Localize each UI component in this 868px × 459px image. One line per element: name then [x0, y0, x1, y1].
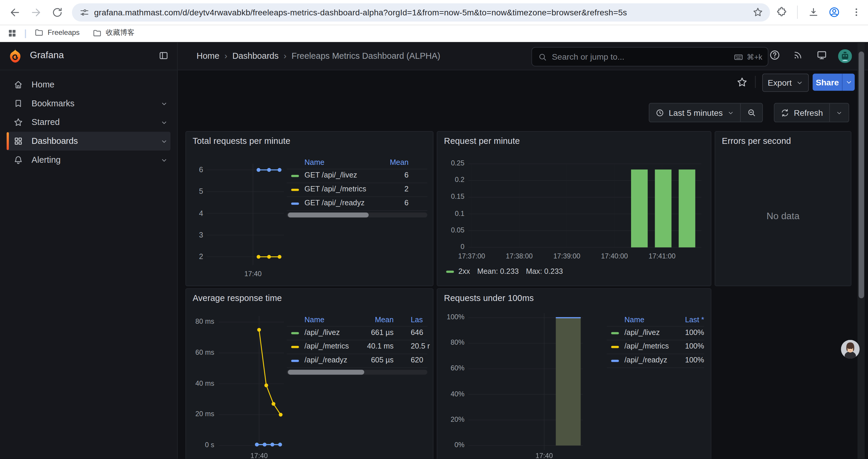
rss-icon[interactable]: [793, 49, 804, 60]
legend-item-2xx[interactable]: 2xx: [446, 267, 470, 275]
sidebar-item-alerting[interactable]: Alerting: [0, 151, 177, 169]
y-tick-label: 0 s: [186, 441, 215, 449]
assistant-avatar[interactable]: [841, 340, 860, 359]
help-icon[interactable]: [769, 49, 780, 61]
page-scrollbar[interactable]: [857, 42, 864, 459]
address-bar[interactable]: grafana.mathmast.com/d/deytv4rwavabkb/fr…: [72, 3, 770, 22]
forward-icon[interactable]: [30, 6, 42, 18]
zoom-out-button[interactable]: [740, 103, 762, 122]
series-name[interactable]: /api/_/metrics: [305, 342, 349, 350]
x-tick-label: 17:40: [236, 270, 270, 277]
sidebar-item-home[interactable]: Home: [0, 75, 177, 94]
breadcrumb-separator: ›: [279, 51, 291, 61]
legend-hscrollbar[interactable]: [287, 370, 428, 375]
share-menu-button[interactable]: [843, 73, 855, 91]
apps-grid-icon[interactable]: [7, 28, 17, 38]
series-last: 620: [411, 356, 423, 364]
legend-header-mean[interactable]: Mean: [371, 316, 394, 324]
chevron-down-icon[interactable]: [160, 118, 168, 126]
sidebar-item-label: Bookmarks: [32, 99, 74, 109]
legend-row: GET /api/_/metrics 2: [287, 183, 428, 196]
legend-header-last[interactable]: Las: [411, 316, 423, 324]
share-label: Share: [816, 77, 839, 87]
export-button[interactable]: Export: [762, 73, 809, 92]
grafana-header: Grafana Home › Dashboards › Freeleaps Me…: [0, 42, 868, 70]
series-swatch: [291, 346, 299, 348]
refresh-interval-button[interactable]: [830, 103, 848, 122]
brand-block: Grafana: [0, 42, 178, 70]
site-settings-icon[interactable]: [79, 7, 90, 18]
series-mean: 661 µs: [354, 328, 394, 336]
series-name[interactable]: /api/_/livez: [625, 328, 660, 336]
sidebar-item-dashboards[interactable]: Dashboards: [0, 132, 177, 151]
chevron-down-icon[interactable]: [160, 156, 168, 164]
legend-max: Max: 0.233: [526, 267, 563, 275]
search-shortcut: ⌘+k: [733, 52, 762, 62]
series-name[interactable]: GET /api/_/livez: [305, 171, 357, 179]
y-tick-label: 80 ms: [186, 318, 215, 326]
series-swatch: [291, 189, 299, 191]
browser-toolbar: grafana.mathmast.com/d/deytv4rwavabkb/fr…: [0, 0, 868, 25]
series-last: 100%: [685, 356, 704, 364]
x-tick-label: 17:40:00: [592, 252, 637, 260]
breadcrumb-home[interactable]: Home: [196, 51, 219, 61]
share-button[interactable]: Share: [813, 73, 842, 91]
grafana-logo[interactable]: [8, 48, 23, 63]
series-name[interactable]: /api/_/livez: [305, 328, 340, 336]
scrollbar-thumb[interactable]: [858, 52, 864, 298]
x-tick-label: 17:40: [243, 452, 276, 459]
back-icon[interactable]: [9, 6, 20, 18]
bell-icon: [13, 155, 23, 165]
toolbar-divider: [755, 76, 756, 88]
no-data-message: No data: [715, 211, 851, 222]
sidebar: Home Bookmarks Starred Dashboards: [0, 70, 178, 459]
time-range-picker[interactable]: Last 5 minutes: [649, 103, 740, 122]
x-tick-label: 17:41:00: [640, 252, 684, 260]
table-divider: [607, 367, 704, 368]
legend-header-last[interactable]: Last *: [685, 316, 704, 324]
legend-header-name[interactable]: Name: [625, 316, 644, 324]
legend-row: /api/_/readyz 605 µs 620: [287, 354, 428, 367]
dashboards-grid-icon: [13, 136, 23, 146]
series-swatch: [291, 332, 299, 334]
extensions-icon[interactable]: [776, 6, 787, 18]
search-input[interactable]: Search or jump to... ⌘+k: [531, 47, 769, 66]
sidebar-item-bookmarks[interactable]: Bookmarks: [0, 94, 177, 113]
url-text[interactable]: grafana.mathmast.com/d/deytv4rwavabkb/fr…: [94, 7, 746, 17]
sidebar-item-dashboards-wrap: Dashboards: [0, 132, 177, 151]
sidebar-item-starred[interactable]: Starred: [0, 113, 177, 132]
chevron-down-icon[interactable]: [160, 137, 168, 145]
sidebar-toggle-icon[interactable]: [158, 51, 169, 61]
panel-requests-under-100ms: Requests under 100ms 100%80%60%40%20%0%1…: [437, 288, 711, 459]
legend-header-name[interactable]: Name: [305, 158, 324, 167]
panel-request-per-minute: Request per minute 0.250.20.150.10.05017…: [437, 131, 711, 286]
series-name[interactable]: GET /api/_/readyz: [305, 199, 365, 207]
reload-icon[interactable]: [52, 6, 63, 18]
series-name[interactable]: /api/_/readyz: [625, 356, 668, 364]
download-icon[interactable]: [808, 6, 819, 18]
breadcrumb-dashboards[interactable]: Dashboards: [232, 51, 279, 61]
kiosk-monitor-icon[interactable]: [816, 49, 828, 61]
legend-hscrollbar[interactable]: [287, 213, 428, 218]
legend-header-mean[interactable]: Mean: [390, 158, 409, 167]
series-name[interactable]: /api/_/metrics: [625, 342, 669, 350]
favorite-star-icon[interactable]: [736, 76, 748, 88]
bookmark-star-icon[interactable]: [752, 6, 763, 18]
browser-menu-icon[interactable]: [851, 6, 862, 18]
chevron-down-icon[interactable]: [160, 99, 168, 107]
profile-icon[interactable]: [828, 6, 840, 18]
series-mean: 6: [404, 171, 409, 179]
refresh-button[interactable]: Refresh: [774, 103, 829, 122]
bookmark-folder-blogs[interactable]: 收藏博客: [92, 28, 134, 38]
series-mean: 2: [404, 185, 409, 193]
series-name[interactable]: /api/_/readyz: [305, 356, 347, 364]
sidebar-item-label: Home: [32, 80, 54, 90]
bookmark-folder-freeleaps[interactable]: Freeleaps: [34, 28, 80, 37]
panel-title[interactable]: Errors per second: [722, 136, 791, 146]
legend-row: GET /api/_/readyz 6: [287, 196, 428, 210]
series-name[interactable]: GET /api/_/metrics: [305, 185, 366, 193]
legend-header-name[interactable]: Name: [305, 316, 324, 324]
breadcrumb-current: Freeleaps Metrics Dashboard (ALPHA): [291, 51, 440, 61]
user-avatar[interactable]: [838, 49, 852, 63]
series-swatch: [611, 360, 619, 362]
